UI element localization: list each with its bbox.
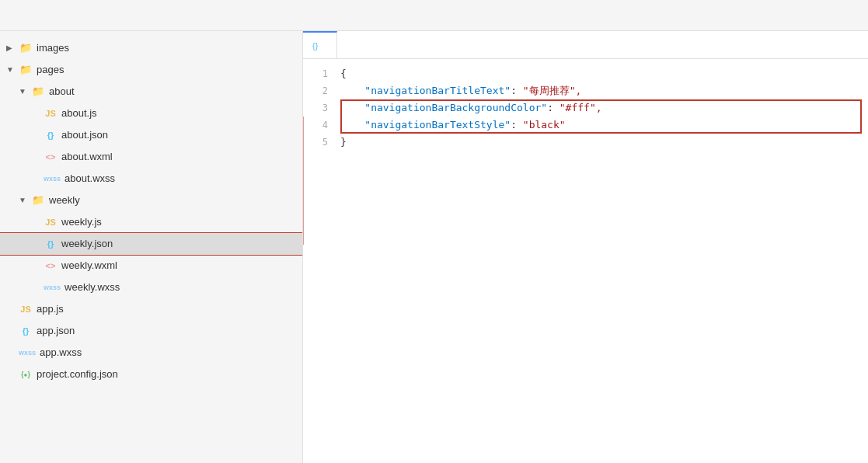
sidebar-item-weekly-json[interactable]: {}weekly.json xyxy=(0,233,302,255)
json-icon: {} xyxy=(44,235,58,252)
chevron-icon xyxy=(19,192,30,209)
line-content: } xyxy=(340,134,868,151)
file-label: weekly.json xyxy=(61,235,113,252)
file-label: app.js xyxy=(37,301,64,318)
sidebar-item-weekly-js[interactable]: JSweekly.js xyxy=(0,211,302,233)
wxml-icon: <> xyxy=(44,148,58,165)
json-icon: {} xyxy=(44,127,58,144)
sidebar-item-weekly-wxss[interactable]: wxssweekly.wxss xyxy=(0,277,302,298)
line-number: 3 xyxy=(303,99,340,117)
line-number: 2 xyxy=(303,82,340,99)
folder-icon: 📁 xyxy=(31,83,45,100)
line-content: "navigationBarTitleText": "每周推荐", xyxy=(340,82,868,99)
highlighted-lines: 3 "navigationBarBackgroundColor": "#fff"… xyxy=(303,99,868,134)
line-number: 4 xyxy=(303,117,340,134)
sidebar-item-app-wxss[interactable]: wxssapp.wxss xyxy=(0,342,302,364)
file-tree: 📁images📁pages📁aboutJSabout.js{}about.jso… xyxy=(0,31,303,463)
line-content: "navigationBarBackgroundColor": "#fff", xyxy=(340,99,868,117)
tab-bar: {} xyxy=(303,31,868,59)
sidebar-item-weekly-wxml[interactable]: <>weekly.wxml xyxy=(0,255,302,277)
file-label: weekly.js xyxy=(61,214,102,231)
code-line-1: 1{ xyxy=(303,65,868,82)
chevron-icon xyxy=(6,61,17,78)
file-label: about.wxml xyxy=(61,148,113,165)
file-label: weekly xyxy=(49,192,80,209)
sidebar-item-app-json[interactable]: {}app.json xyxy=(0,320,302,342)
file-label: app.json xyxy=(37,322,75,339)
code-content: 1{2 "navigationBarTitleText": "每周推荐",3 "… xyxy=(303,59,868,463)
folder-icon: 📁 xyxy=(19,61,33,78)
file-label: weekly.wxss xyxy=(64,279,120,296)
toolbar xyxy=(0,0,868,31)
code-line-5: 5} xyxy=(303,134,868,151)
wxss-icon: wxss xyxy=(19,344,36,361)
sidebar-item-about-wxss[interactable]: wxssabout.wxss xyxy=(0,168,302,190)
file-label: pages xyxy=(37,61,64,78)
code-editor[interactable]: 1{2 "navigationBarTitleText": "每周推荐",3 "… xyxy=(303,59,868,463)
sidebar-item-app-js[interactable]: JSapp.js xyxy=(0,298,302,320)
file-label: about.json xyxy=(61,127,108,144)
wxss-icon: wxss xyxy=(44,279,61,296)
line-content: { xyxy=(340,65,868,82)
js-icon: JS xyxy=(44,105,58,122)
js-icon: JS xyxy=(19,301,33,318)
file-label: app.wxss xyxy=(40,344,82,361)
line-number: 5 xyxy=(303,134,340,151)
sidebar-item-project-config[interactable]: {⬥}project.config.json xyxy=(0,364,302,385)
file-label: project.config.json xyxy=(37,366,118,383)
tab-weekly-json[interactable]: {} xyxy=(303,31,337,58)
sidebar-item-about-wxml[interactable]: <>about.wxml xyxy=(0,146,302,168)
folder-icon: 📁 xyxy=(31,192,45,209)
file-label: weekly.wxml xyxy=(61,257,117,274)
wxss-icon: wxss xyxy=(44,170,61,187)
editor-region: {} 1{2 "navigationBarTitleText": "每周推荐",… xyxy=(303,31,868,463)
json-green-icon: {⬥} xyxy=(19,366,33,383)
json-icon: {} xyxy=(19,322,33,339)
chevron-icon xyxy=(6,40,17,57)
sidebar-item-about-folder[interactable]: 📁about xyxy=(0,81,302,103)
folder-icon: 📁 xyxy=(19,40,33,57)
line-content: "navigationBarTextStyle": "black" xyxy=(340,117,868,134)
file-label: images xyxy=(37,40,69,57)
code-line-2: 2 "navigationBarTitleText": "每周推荐", xyxy=(303,82,868,99)
tab-json-icon: {} xyxy=(312,41,318,50)
code-line-4: 4 "navigationBarTextStyle": "black" xyxy=(303,117,868,134)
chevron-icon xyxy=(19,83,30,100)
sidebar-item-about-json[interactable]: {}about.json xyxy=(0,124,302,146)
js-icon: JS xyxy=(44,214,58,231)
main-layout: 📁images📁pages📁aboutJSabout.js{}about.jso… xyxy=(0,31,868,463)
code-line-3: 3 "navigationBarBackgroundColor": "#fff"… xyxy=(303,99,868,117)
sidebar-item-weekly-folder[interactable]: 📁weekly xyxy=(0,190,302,211)
file-label: about.wxss xyxy=(64,170,115,187)
sidebar-item-images[interactable]: 📁images xyxy=(0,37,302,59)
sidebar-item-pages[interactable]: 📁pages xyxy=(0,59,302,81)
sidebar-item-about-js[interactable]: JSabout.js xyxy=(0,103,302,124)
file-label: about xyxy=(49,83,75,100)
line-number: 1 xyxy=(303,65,340,82)
file-label: about.js xyxy=(61,105,97,122)
wxml-icon: <> xyxy=(44,257,58,274)
